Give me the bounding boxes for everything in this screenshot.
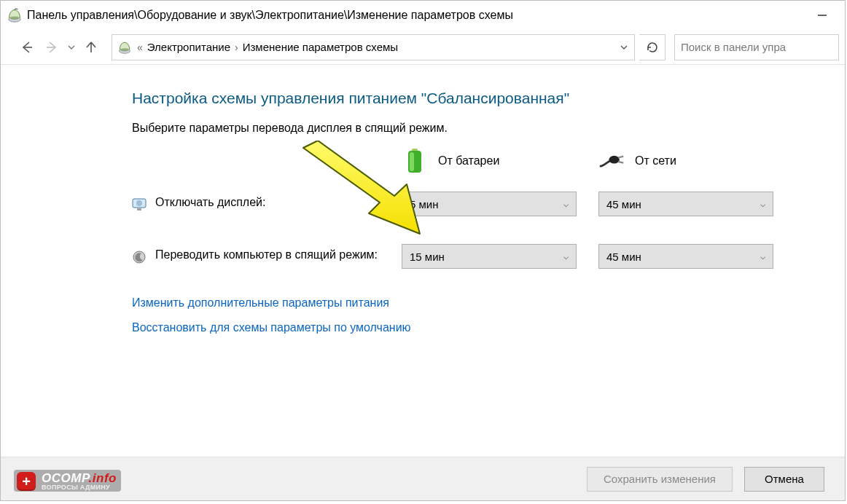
nav-forward-button[interactable]: [42, 37, 62, 58]
page-subtitle: Выберите параметры перевода дисплея в сп…: [132, 122, 816, 135]
col-battery: От батареи: [402, 148, 598, 174]
column-headers: От батареи От сети: [132, 148, 816, 174]
link-restore-defaults[interactable]: Восстановить для схемы параметры по умол…: [132, 321, 816, 334]
breadcrumb-seg-power[interactable]: Электропитание: [147, 41, 230, 53]
svg-line-11: [618, 157, 623, 158]
display-off-plugged-select[interactable]: 45 мин ⌵: [598, 192, 773, 216]
window-title: Панель управления\Оборудование и звук\Эл…: [27, 9, 805, 22]
svg-point-10: [609, 156, 619, 164]
footer: Сохранить изменения Отмена: [1, 457, 845, 500]
watermark-plus-icon: +: [17, 472, 36, 491]
battery-icon: [402, 148, 428, 174]
nav-bar: « Электропитание › Изменение параметров …: [1, 30, 845, 65]
chevron-down-icon: ⌵: [760, 251, 765, 261]
power-options-icon: [117, 39, 133, 55]
sleep-icon: [132, 250, 147, 264]
link-advanced-settings[interactable]: Изменить дополнительные параметры питани…: [132, 296, 816, 310]
display-off-battery-select[interactable]: 5 мин ⌵: [402, 192, 577, 216]
sleep-plugged-value: 45 мин: [606, 251, 641, 263]
chevron-down-icon: ⌵: [563, 251, 569, 261]
col-battery-label: От батареи: [438, 154, 499, 168]
cancel-button[interactable]: Отмена: [744, 467, 824, 492]
watermark: + OCOMP.info ВОПРОСЫ АДМИНУ: [14, 470, 121, 492]
titlebar: Панель управления\Оборудование и звук\Эл…: [1, 1, 845, 30]
row-display-off: Отключать дисплей: 5 мин ⌵ 45 мин ⌵: [132, 192, 816, 216]
row-sleep: Переводить компьютер в спящий режим: 15 …: [132, 244, 816, 269]
power-options-icon: [7, 7, 23, 23]
nav-up-button[interactable]: [81, 37, 101, 58]
links: Изменить дополнительные параметры питани…: [132, 296, 816, 334]
search-input[interactable]: Поиск в панели упра: [674, 34, 839, 60]
chevron-down-icon: ⌵: [563, 199, 569, 209]
svg-line-12: [618, 162, 623, 163]
display-off-plugged-value: 45 мин: [606, 198, 641, 210]
minimize-button[interactable]: [805, 4, 839, 26]
refresh-button[interactable]: [639, 34, 666, 60]
col-plugged: От сети: [598, 148, 795, 174]
nav-back-button[interactable]: [17, 37, 37, 58]
svg-point-6: [120, 48, 129, 51]
content-area: Настройка схемы управления питанием "Сба…: [1, 65, 845, 334]
sleep-battery-select[interactable]: 15 мин ⌵: [402, 244, 577, 269]
window: Панель управления\Оборудование и звук\Эл…: [0, 0, 846, 501]
svg-point-1: [10, 16, 20, 20]
search-placeholder: Поиск в панели упра: [681, 41, 786, 53]
svg-point-14: [136, 200, 142, 206]
svg-rect-15: [137, 208, 141, 210]
sleep-battery-value: 15 мин: [410, 251, 445, 263]
sleep-plugged-select[interactable]: 45 мин ⌵: [598, 244, 773, 269]
recent-locations-button[interactable]: [66, 37, 77, 58]
row-sleep-label: Переводить компьютер в спящий режим:: [155, 248, 378, 261]
row-display-off-label: Отключать дисплей:: [155, 196, 265, 209]
monitor-icon: [132, 197, 147, 212]
breadcrumb[interactable]: « Электропитание › Изменение параметров …: [112, 34, 635, 60]
chevron-down-icon: ⌵: [760, 199, 765, 209]
plug-icon: [598, 148, 625, 174]
breadcrumb-dropdown[interactable]: [617, 41, 631, 53]
breadcrumb-overflow[interactable]: «: [137, 42, 143, 53]
page-title: Настройка схемы управления питанием "Сба…: [132, 90, 816, 107]
watermark-sub: ВОПРОСЫ АДМИНУ: [42, 484, 117, 491]
display-off-battery-value: 5 мин: [410, 198, 439, 210]
svg-rect-9: [410, 152, 414, 171]
save-button[interactable]: Сохранить изменения: [587, 467, 733, 492]
col-plugged-label: От сети: [635, 154, 676, 168]
breadcrumb-seg-editplan[interactable]: Изменение параметров схемы: [243, 41, 398, 53]
chevron-right-icon: ›: [235, 42, 238, 53]
